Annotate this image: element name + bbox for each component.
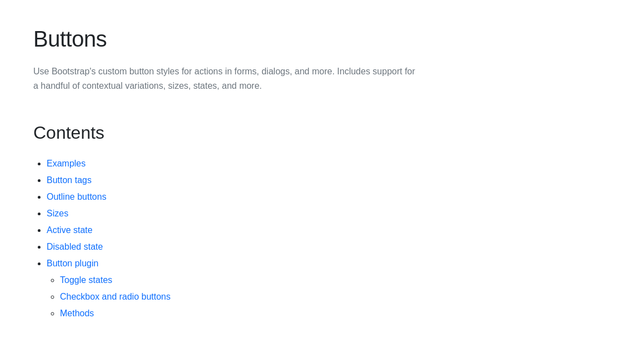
toc-sublist-button-plugin: Toggle states Checkbox and radio buttons… (47, 274, 597, 320)
toc-link-button-tags[interactable]: Button tags (47, 175, 92, 185)
toc-item-outline-buttons: Outline buttons (47, 190, 597, 204)
contents-heading: Contents (33, 119, 597, 146)
toc-item-disabled-state: Disabled state (47, 240, 597, 254)
toc-link-methods[interactable]: Methods (60, 309, 94, 318)
toc-link-outline-buttons[interactable]: Outline buttons (47, 192, 107, 201)
page-description: Use Bootstrap's custom button styles for… (33, 64, 422, 93)
toc-link-sizes[interactable]: Sizes (47, 209, 68, 218)
toc-item-examples: Examples (47, 157, 597, 170)
toc-item-active-state: Active state (47, 224, 597, 237)
toc-link-toggle-states[interactable]: Toggle states (60, 275, 112, 285)
toc-link-examples[interactable]: Examples (47, 159, 85, 168)
toc-list: Examples Button tags Outline buttons Siz… (33, 157, 597, 320)
toc-item-sizes: Sizes (47, 207, 597, 220)
toc-link-active-state[interactable]: Active state (47, 225, 93, 235)
toc-link-checkbox-radio[interactable]: Checkbox and radio buttons (60, 292, 170, 301)
toc-subitem-methods: Methods (60, 307, 597, 320)
toc-item-button-tags: Button tags (47, 174, 597, 187)
toc-subitem-toggle-states: Toggle states (60, 274, 597, 287)
page-title: Buttons (33, 22, 597, 55)
toc-link-button-plugin[interactable]: Button plugin (47, 259, 98, 268)
toc-subitem-checkbox-radio: Checkbox and radio buttons (60, 290, 597, 304)
toc-item-button-plugin: Button plugin Toggle states Checkbox and… (47, 257, 597, 320)
toc-link-disabled-state[interactable]: Disabled state (47, 242, 103, 251)
